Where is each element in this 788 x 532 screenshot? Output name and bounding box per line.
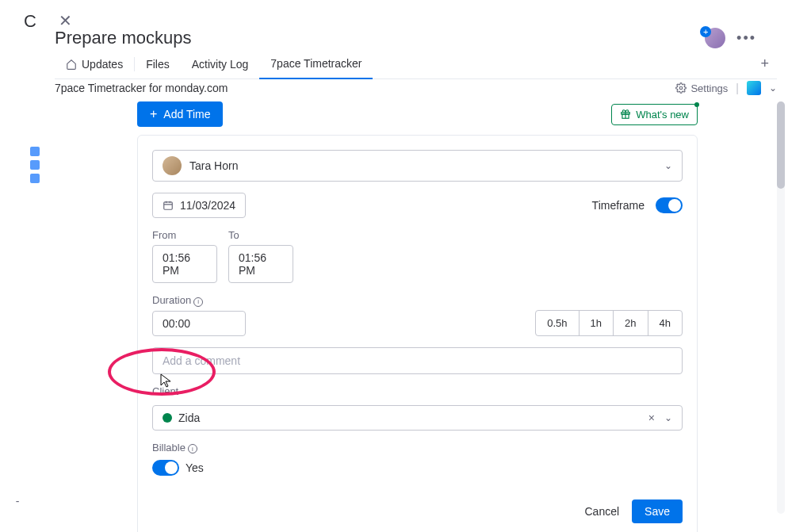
svg-rect-3	[164, 202, 173, 209]
date-value: 11/03/2024	[180, 199, 235, 212]
scrollbar-track[interactable]	[777, 101, 785, 514]
gift-icon	[620, 109, 631, 120]
save-button[interactable]: Save	[632, 499, 683, 523]
quick-duration-2h[interactable]: 2h	[614, 311, 648, 335]
tab-7pace[interactable]: 7pace Timetracker	[259, 49, 373, 79]
tab-bar: Updates Files Activity Log 7pace Timetra…	[55, 49, 777, 79]
info-icon[interactable]: i	[193, 297, 203, 307]
more-menu-icon[interactable]: •••	[736, 30, 756, 47]
comment-input[interactable]: Add a comment	[152, 347, 683, 374]
avatar	[163, 156, 182, 175]
user-select[interactable]: Tara Horn ⌄	[152, 150, 683, 182]
calendar-icon	[163, 200, 174, 211]
settings-separator: |	[736, 82, 739, 94]
duration-label: Durationi	[152, 294, 246, 307]
whats-new-button[interactable]: What's new	[611, 104, 698, 125]
brand-icon[interactable]	[747, 81, 761, 95]
tab-activity-log[interactable]: Activity Log	[181, 50, 260, 78]
client-select[interactable]: Zida × ⌄	[152, 405, 683, 431]
tab-label: Files	[146, 58, 170, 71]
date-field[interactable]: 11/03/2024	[152, 193, 246, 218]
add-time-form: Tara Horn ⌄ 11/03/2024 Timeframe From 01…	[137, 135, 698, 532]
background-item	[30, 174, 40, 183]
plus-icon: +	[150, 108, 157, 121]
tab-files[interactable]: Files	[135, 50, 181, 78]
info-icon[interactable]: i	[188, 444, 197, 454]
from-time-input[interactable]: 01:56 PM	[152, 245, 217, 283]
quick-duration-1h[interactable]: 1h	[580, 311, 614, 335]
tab-label: Activity Log	[192, 58, 249, 71]
add-time-button[interactable]: + Add Time	[137, 101, 223, 127]
user-select-name: Tara Horn	[189, 159, 656, 172]
item-panel: ✕ Prepare mockups ••• Updates Files Acti…	[44, 0, 788, 532]
app-subtitle: 7pace Timetracker for monday.com	[55, 82, 228, 94]
background-item	[30, 147, 40, 156]
billable-label: Billablei	[152, 442, 683, 454]
timeframe-toggle[interactable]	[656, 197, 683, 213]
cancel-button[interactable]: Cancel	[584, 505, 619, 518]
tab-updates[interactable]: Updates	[55, 50, 134, 78]
add-member-avatar[interactable]	[705, 28, 725, 48]
chevron-down-icon[interactable]: ⌄	[769, 82, 777, 94]
client-color-dot	[163, 413, 172, 423]
client-label: Client	[152, 385, 683, 397]
page-title: Prepare mockups	[55, 28, 191, 48]
clear-client-icon[interactable]: ×	[648, 411, 655, 424]
timeframe-label: Timeframe	[592, 199, 645, 212]
gear-icon	[675, 82, 687, 94]
add-tab-icon[interactable]: +	[752, 51, 777, 77]
billable-value: Yes	[186, 461, 204, 474]
to-time-input[interactable]: 01:56 PM	[228, 245, 293, 283]
quick-duration-0.5h[interactable]: 0.5h	[536, 311, 579, 335]
whats-new-label: What's new	[636, 109, 689, 121]
settings-label: Settings	[690, 82, 728, 94]
tab-label: 7pace Timetracker	[270, 57, 361, 70]
svg-point-0	[680, 86, 683, 90]
cursor-icon	[160, 373, 171, 388]
background-letter: C	[24, 11, 36, 32]
duration-input[interactable]: 00:00	[152, 311, 246, 336]
settings-link[interactable]: Settings	[675, 82, 728, 94]
chevron-down-icon[interactable]: ⌄	[664, 412, 672, 423]
client-value: Zida	[178, 411, 200, 424]
from-label: From	[152, 229, 217, 241]
billable-toggle[interactable]	[152, 460, 179, 476]
home-icon	[66, 59, 77, 70]
chevron-down-icon: ⌄	[664, 160, 672, 171]
background-item	[30, 160, 40, 170]
tab-label: Updates	[82, 58, 123, 71]
to-label: To	[228, 229, 293, 241]
quick-duration-4h[interactable]: 4h	[648, 311, 682, 335]
add-time-label: Add Time	[163, 108, 210, 121]
scrollbar-thumb[interactable]	[777, 101, 785, 189]
sidebar-minimize-icon[interactable]: -	[13, 495, 21, 503]
quick-duration-group: 0.5h 1h 2h 4h	[535, 310, 683, 336]
